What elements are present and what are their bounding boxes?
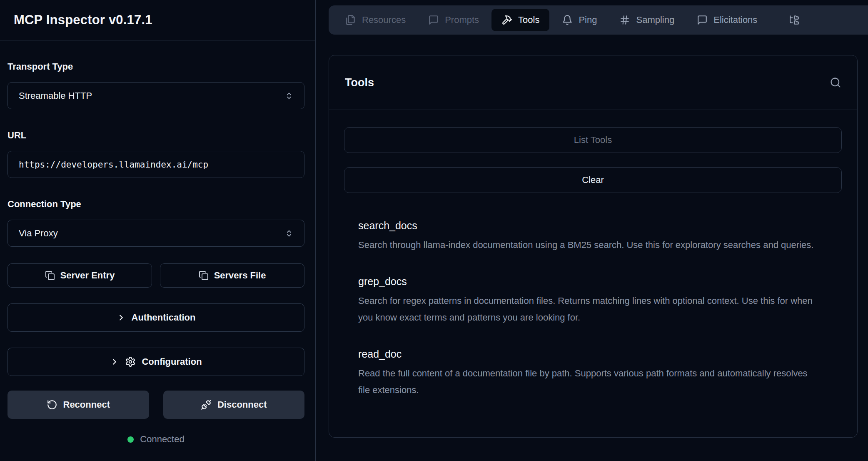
tab-label: Elicitations: [713, 15, 757, 25]
disconnect-button[interactable]: Disconnect: [163, 391, 305, 419]
tool-list-item[interactable]: read_doc Read the full content of a docu…: [358, 348, 842, 398]
transport-type-select[interactable]: Streamable HTTP: [7, 82, 304, 109]
disconnect-label: Disconnect: [217, 399, 267, 410]
clear-label: Clear: [582, 175, 604, 185]
tools-panel-title: Tools: [345, 76, 374, 89]
tool-description: Read the full content of a documentation…: [358, 365, 816, 398]
message-square-icon: [697, 15, 708, 25]
reconnect-label: Reconnect: [63, 399, 110, 410]
chevron-right-icon: [117, 313, 126, 322]
url-value: https://developers.llamaindex.ai/mcp: [19, 160, 208, 170]
transport-type-label: Transport Type: [7, 61, 304, 72]
search-icon: [830, 77, 841, 88]
tool-name: grep_docs: [358, 276, 842, 288]
tab-prompts[interactable]: Prompts: [418, 9, 489, 31]
list-tools-label: List Tools: [574, 135, 612, 145]
status-label: Connected: [140, 434, 184, 445]
tool-list-item[interactable]: search_docs Search through llama-index d…: [358, 220, 842, 253]
bell-icon: [562, 15, 573, 25]
servers-file-button[interactable]: Servers File: [160, 263, 304, 288]
tab-resources[interactable]: Resources: [335, 9, 416, 31]
main-area: Resources Prompts Tools Ping Sampling: [315, 0, 868, 461]
sidebar: MCP Inspector v0.17.1 Transport Type Str…: [0, 0, 315, 461]
tool-name: read_doc: [358, 348, 842, 360]
clear-button[interactable]: Clear: [344, 167, 842, 193]
tool-description: Search through llama-index documentation…: [358, 237, 816, 253]
sidebar-content: Transport Type Streamable HTTP URL https…: [0, 40, 315, 445]
connection-type-select[interactable]: Via Proxy: [7, 220, 304, 247]
hammer-icon: [501, 15, 512, 25]
folder-tree-icon: [789, 15, 800, 25]
tab-roots[interactable]: [779, 9, 816, 31]
server-entry-label: Server Entry: [60, 270, 115, 281]
tools-panel: Tools List Tools Clear search_docs Searc…: [329, 55, 858, 438]
authentication-toggle[interactable]: Authentication: [7, 303, 304, 332]
tab-label: Tools: [518, 15, 539, 25]
tab-ping[interactable]: Ping: [552, 9, 607, 31]
server-entry-button[interactable]: Server Entry: [7, 263, 152, 288]
connection-type-value: Via Proxy: [19, 228, 58, 239]
tools-panel-header: Tools: [329, 55, 857, 110]
connection-status: Connected: [7, 434, 304, 445]
connection-type-label: Connection Type: [7, 199, 304, 210]
copy-icon: [199, 271, 209, 281]
tool-list: search_docs Search through llama-index d…: [344, 220, 842, 398]
transport-type-value: Streamable HTTP: [19, 90, 92, 101]
tab-elicitations[interactable]: Elicitations: [687, 9, 767, 31]
reconnect-button[interactable]: Reconnect: [7, 391, 149, 419]
tab-bar: Resources Prompts Tools Ping Sampling: [329, 5, 868, 35]
authentication-label: Authentication: [132, 312, 196, 323]
chevrons-up-down-icon: [285, 229, 293, 238]
tab-label: Prompts: [445, 15, 479, 25]
sidebar-header: MCP Inspector v0.17.1: [0, 0, 315, 40]
app-title: MCP Inspector v0.17.1: [14, 13, 301, 28]
chevrons-up-down-icon: [285, 92, 293, 100]
configuration-toggle[interactable]: Configuration: [7, 348, 304, 376]
list-tools-button[interactable]: List Tools: [344, 127, 842, 153]
tool-description: Search for regex patterns in documentati…: [358, 293, 816, 326]
configuration-label: Configuration: [142, 356, 202, 367]
url-input[interactable]: https://developers.llamaindex.ai/mcp: [7, 151, 304, 178]
search-button[interactable]: [830, 77, 841, 88]
tool-list-item[interactable]: grep_docs Search for regex patterns in d…: [358, 276, 842, 326]
tab-label: Resources: [362, 15, 406, 25]
gear-icon: [125, 356, 136, 367]
message-square-icon: [428, 15, 439, 25]
tools-panel-body: List Tools Clear search_docs Search thro…: [329, 110, 857, 398]
tab-tools[interactable]: Tools: [491, 9, 549, 31]
rotate-ccw-icon: [47, 399, 57, 410]
tab-label: Sampling: [636, 15, 674, 25]
tab-label: Ping: [579, 15, 597, 25]
chevron-right-icon: [110, 357, 119, 366]
files-icon: [345, 15, 356, 25]
servers-file-label: Servers File: [214, 270, 266, 281]
copy-icon: [45, 271, 55, 281]
hash-icon: [619, 15, 630, 25]
tab-sampling[interactable]: Sampling: [609, 9, 684, 31]
status-dot: [127, 436, 134, 443]
tool-name: search_docs: [358, 220, 842, 232]
url-label: URL: [7, 130, 304, 141]
unplug-icon: [201, 399, 212, 410]
